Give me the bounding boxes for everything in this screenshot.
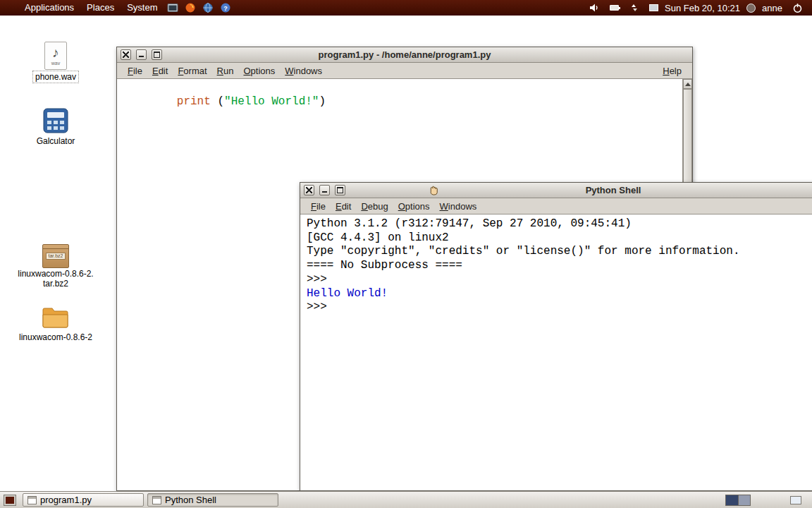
panel-menus: Applications Places System ? bbox=[0, 0, 234, 16]
editor-menubar: File Edit Format Run Options Windows Hel… bbox=[117, 63, 692, 79]
shell-line: [GCC 4.4.3] on linux2 bbox=[307, 231, 812, 246]
shell-window-title: Python Shell bbox=[300, 185, 812, 195]
shell-line: Type "copyright", "credits" or "license(… bbox=[307, 245, 812, 259]
code-paren-open: ( bbox=[211, 95, 224, 108]
close-icon[interactable] bbox=[121, 49, 131, 60]
shell-menu-file[interactable]: File bbox=[306, 201, 331, 212]
workspace-switcher[interactable] bbox=[725, 495, 751, 506]
archive-icon: tar.bz2 bbox=[13, 237, 98, 268]
menu-places[interactable]: Places bbox=[80, 0, 121, 16]
username-label[interactable]: anne bbox=[762, 3, 782, 13]
taskbar-button-shell[interactable]: Python Shell bbox=[147, 493, 278, 507]
hand-cursor-icon bbox=[427, 183, 441, 200]
taskbar-button-label: Python Shell bbox=[165, 495, 216, 505]
taskbar-right bbox=[725, 495, 808, 506]
maximize-icon[interactable] bbox=[335, 185, 345, 195]
shell-menu-edit[interactable]: Edit bbox=[331, 201, 356, 212]
editor-window-title: program1.py - /home/anne/program1.py bbox=[117, 49, 692, 60]
help-launcher-icon[interactable]: ? bbox=[219, 2, 231, 14]
maximize-icon[interactable] bbox=[152, 49, 162, 60]
power-icon[interactable] bbox=[792, 2, 804, 14]
desktop-icon-label: linuxwacom-0.8.6-2 bbox=[17, 332, 94, 343]
taskbar-button-editor[interactable]: program1.py bbox=[23, 493, 144, 507]
editor-titlebar[interactable]: program1.py - /home/anne/program1.py bbox=[117, 47, 692, 63]
desktop-icon-label: phone.wav bbox=[32, 71, 79, 83]
desktop-icon-galculator[interactable]: Galculator bbox=[13, 103, 98, 147]
scroll-up-icon[interactable] bbox=[683, 79, 692, 89]
window-icon bbox=[27, 496, 37, 504]
editor-menu-windows[interactable]: Windows bbox=[280, 66, 327, 76]
svg-text:?: ? bbox=[223, 5, 228, 12]
window-controls bbox=[117, 49, 162, 60]
panel-clock[interactable]: Sun Feb 20, 10:21 bbox=[665, 3, 740, 13]
shell-menu-options[interactable]: Options bbox=[393, 201, 435, 212]
code-keyword: print bbox=[177, 95, 211, 108]
desktop-surface[interactable]: Applications Places System ? bbox=[0, 0, 812, 508]
menu-system[interactable]: System bbox=[121, 0, 164, 16]
editor-menu-run[interactable]: Run bbox=[212, 66, 239, 76]
minimize-icon[interactable] bbox=[319, 185, 330, 195]
shell-output: Hello World! bbox=[307, 287, 812, 301]
shell-line: ==== No Subprocess ==== bbox=[307, 259, 812, 273]
folder-icon bbox=[13, 299, 98, 330]
battery-icon[interactable] bbox=[610, 5, 619, 11]
editor-menu-edit[interactable]: Edit bbox=[147, 66, 173, 76]
tray-display-icon[interactable] bbox=[790, 496, 801, 504]
workspace-2[interactable] bbox=[738, 495, 750, 505]
editor-menu-help[interactable]: Help bbox=[658, 66, 687, 76]
shell-line: Python 3.1.2 (r312:79147, Sep 27 2010, 0… bbox=[307, 217, 812, 231]
firefox-launcher-icon[interactable] bbox=[184, 2, 196, 14]
shell-prompt: >>> bbox=[307, 301, 812, 315]
desktop-icon-label: linuxwacom-0.8.6-2. tar.bz2 bbox=[16, 268, 95, 289]
top-panel: Applications Places System ? bbox=[0, 0, 812, 16]
minimize-icon[interactable] bbox=[136, 49, 147, 60]
code-string: "Hello World!" bbox=[224, 95, 319, 108]
desktop-icon-tarball[interactable]: tar.bz2 linuxwacom-0.8.6-2. tar.bz2 bbox=[13, 237, 98, 289]
globe-launcher-icon[interactable] bbox=[202, 2, 214, 14]
shell-menu-windows[interactable]: Windows bbox=[435, 201, 482, 212]
music-note-icon: ♪ bbox=[52, 45, 59, 61]
show-desktop-icon[interactable] bbox=[4, 495, 16, 506]
code-paren-close: ) bbox=[319, 95, 326, 108]
calculator-icon bbox=[13, 103, 98, 134]
shell-text-area[interactable]: Python 3.1.2 (r312:79147, Sep 27 2010, 0… bbox=[300, 214, 812, 490]
shell-prompt: >>> bbox=[307, 273, 812, 287]
code-line: print ("Hello World!") bbox=[123, 80, 678, 123]
network-icon[interactable] bbox=[628, 2, 640, 14]
volume-icon[interactable] bbox=[589, 2, 601, 14]
terminal-launcher-icon[interactable] bbox=[166, 2, 178, 14]
shell-titlebar[interactable]: Python Shell bbox=[300, 183, 812, 198]
taskbar-button-label: program1.py bbox=[40, 495, 92, 505]
desktop-icon-phone-wav[interactable]: ♪wav phone.wav bbox=[13, 39, 98, 83]
menu-applications[interactable]: Applications bbox=[18, 0, 80, 16]
workspace-1[interactable] bbox=[726, 495, 738, 505]
shell-menubar: File Edit Debug Options Windows bbox=[300, 198, 812, 214]
display-icon[interactable] bbox=[649, 4, 658, 11]
user-switcher-icon[interactable] bbox=[746, 4, 756, 13]
audio-file-icon: ♪wav bbox=[13, 39, 98, 70]
shell-menu-debug[interactable]: Debug bbox=[356, 201, 393, 212]
close-icon[interactable] bbox=[304, 185, 314, 195]
desktop-icon-label: Galculator bbox=[35, 135, 78, 147]
window-icon bbox=[152, 496, 161, 504]
editor-menu-format[interactable]: Format bbox=[173, 66, 211, 76]
window-controls bbox=[300, 185, 345, 195]
shell-window: Python Shell File Edit Debug Options Win… bbox=[300, 182, 812, 491]
desktop-icon-folder[interactable]: linuxwacom-0.8.6-2 bbox=[13, 299, 98, 343]
taskbar: program1.py Python Shell bbox=[0, 491, 812, 508]
editor-menu-options[interactable]: Options bbox=[238, 66, 280, 76]
panel-status-area: Sun Feb 20, 10:21 anne bbox=[586, 2, 812, 14]
editor-menu-file[interactable]: File bbox=[123, 66, 147, 76]
